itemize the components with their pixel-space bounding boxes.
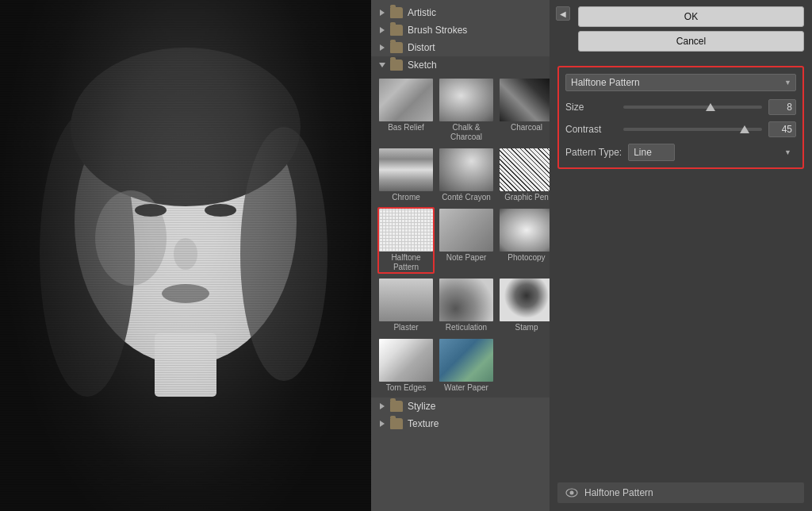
folder-icon-sketch <box>390 60 403 71</box>
thumb-halftone-label: Halftone Pattern <box>379 253 433 272</box>
svg-marker-13 <box>380 10 385 16</box>
filter-plaster[interactable]: Plaster <box>377 277 435 334</box>
thumb-torn-edges-label: Torn Edges <box>386 383 427 393</box>
category-texture[interactable]: Texture <box>371 415 550 432</box>
folder-icon-texture <box>390 418 403 429</box>
folder-icon-artistic <box>390 7 403 18</box>
thumb-bas-relief-img <box>379 79 433 121</box>
svg-marker-14 <box>380 27 385 33</box>
pattern-type-select[interactable]: Line Circle Dot <box>628 144 675 161</box>
thumb-water-paper-label: Water Paper <box>444 383 488 393</box>
svg-marker-16 <box>379 63 385 67</box>
folder-icon-distort <box>390 42 403 53</box>
svg-point-20 <box>570 491 574 495</box>
folder-icon-brush <box>390 25 403 36</box>
portrait-svg <box>0 0 371 511</box>
expand-arrow-stylize <box>377 402 387 411</box>
category-sketch: Sketch Bas Relief Chalk & Charcoal Charc… <box>371 56 550 398</box>
filter-stamp[interactable]: Stamp <box>498 277 550 334</box>
filter-chrome[interactable]: Chrome <box>377 147 435 204</box>
filter-chalk-charcoal[interactable]: Chalk & Charcoal <box>438 77 495 144</box>
category-artistic[interactable]: Artistic <box>371 4 550 21</box>
eye-icon <box>565 488 578 498</box>
thumb-charcoal-img <box>500 79 550 121</box>
size-value[interactable] <box>768 99 796 115</box>
thumb-stamp-label: Stamp <box>515 323 538 332</box>
contrast-row: Contrast <box>565 121 796 137</box>
category-brush-strokes[interactable]: Brush Strokes <box>371 21 550 39</box>
svg-marker-18 <box>380 421 385 427</box>
filter-panel: Artistic Brush Strokes Distort Sketch <box>371 0 550 511</box>
expand-arrow-brush <box>377 25 387 35</box>
layer-panel: Halftone Pattern <box>557 482 804 503</box>
pattern-type-row: Pattern Type: Line Circle Dot <box>565 144 796 161</box>
svg-marker-15 <box>380 44 385 51</box>
thumb-chalk-label: Chalk & Charcoal <box>439 123 493 142</box>
collapse-button[interactable]: ◀ <box>556 6 570 21</box>
filter-bas-relief[interactable]: Bas Relief <box>377 77 435 144</box>
contrast-slider-area <box>623 128 762 131</box>
filter-water-paper[interactable]: Water Paper <box>438 337 495 394</box>
filter-reticulation[interactable]: Reticulation <box>438 277 495 334</box>
settings-panel: Halftone Pattern Graphic Pen Bas Relief … <box>557 66 804 169</box>
filter-note-paper[interactable]: Note Paper <box>438 207 495 274</box>
thumb-reticulation-label: Reticulation <box>446 323 487 332</box>
top-controls: ◀ OK Cancel <box>550 0 812 58</box>
category-label-sketch: Sketch <box>408 60 437 71</box>
thumb-water-paper-img <box>439 339 493 382</box>
thumb-note-paper-img <box>439 209 493 252</box>
thumb-bas-relief-label: Bas Relief <box>388 123 424 133</box>
category-stylize[interactable]: Stylize <box>371 398 550 415</box>
thumb-conte-img <box>439 148 493 191</box>
thumb-chrome-label: Chrome <box>392 193 420 202</box>
filter-photocopy[interactable]: Photocopy <box>498 207 550 274</box>
thumb-plaster-img <box>379 279 433 321</box>
size-row: Size <box>565 99 796 115</box>
size-slider[interactable] <box>623 106 762 109</box>
category-label-brush: Brush Strokes <box>408 25 467 36</box>
thumb-photocopy-img <box>500 209 550 252</box>
pattern-type-wrapper: Line Circle Dot <box>628 144 796 161</box>
category-label-stylize: Stylize <box>408 401 435 412</box>
expand-arrow-texture <box>377 419 387 428</box>
category-distort[interactable]: Distort <box>371 39 550 56</box>
image-panel <box>0 0 371 511</box>
thumb-photocopy-label: Photocopy <box>508 253 545 263</box>
thumb-conte-label: Conté Crayon <box>442 193 491 202</box>
filter-halftone-pattern[interactable]: Halftone Pattern <box>377 207 435 274</box>
thumb-halftone-img <box>379 209 433 252</box>
thumb-stamp-img <box>500 279 550 321</box>
cancel-button[interactable]: Cancel <box>578 31 804 52</box>
filter-dropdown[interactable]: Halftone Pattern Graphic Pen Bas Relief … <box>565 74 796 91</box>
sketch-thumbnail-grid: Bas Relief Chalk & Charcoal Charcoal Chr… <box>371 74 550 398</box>
contrast-slider[interactable] <box>623 128 762 131</box>
expand-arrow-artistic <box>377 8 387 17</box>
thumb-torn-edges-img <box>379 339 433 382</box>
thumb-charcoal-label: Charcoal <box>511 123 542 133</box>
thumb-graphic-pen-img <box>500 148 550 191</box>
thumb-graphic-pen-label: Graphic Pen <box>504 193 549 202</box>
thumb-plaster-label: Plaster <box>393 323 418 332</box>
ok-button[interactable]: OK <box>578 6 804 27</box>
svg-rect-12 <box>0 0 371 511</box>
size-slider-area <box>623 106 762 109</box>
category-label-artistic: Artistic <box>408 7 436 18</box>
thumb-chalk-img <box>439 79 493 121</box>
contrast-value[interactable] <box>768 121 796 137</box>
spacer <box>550 173 812 482</box>
category-sketch-header[interactable]: Sketch <box>371 56 550 74</box>
thumb-chrome-img <box>379 148 433 191</box>
folder-icon-stylize <box>390 401 403 412</box>
size-label: Size <box>565 102 617 113</box>
action-buttons: OK Cancel <box>578 6 804 52</box>
filter-torn-edges[interactable]: Torn Edges <box>377 337 435 394</box>
filter-graphic-pen[interactable]: Graphic Pen <box>498 147 550 204</box>
expand-arrow-distort <box>377 43 387 52</box>
contrast-label: Contrast <box>565 124 617 135</box>
filter-dropdown-wrapper: Halftone Pattern Graphic Pen Bas Relief … <box>565 74 796 91</box>
expand-arrow-sketch <box>377 60 387 70</box>
right-panel: ◀ OK Cancel Halftone Pattern Graphic Pen… <box>550 0 812 511</box>
filter-charcoal[interactable]: Charcoal <box>498 77 550 144</box>
category-label-distort: Distort <box>408 42 435 53</box>
filter-conte-crayon[interactable]: Conté Crayon <box>438 147 495 204</box>
